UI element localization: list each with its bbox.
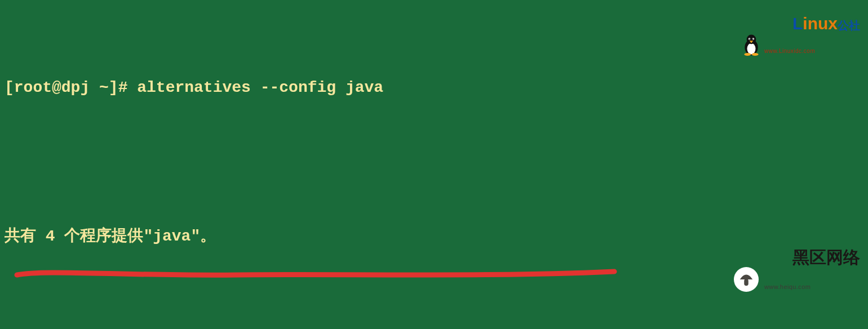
annotation-underline xyxy=(11,265,631,282)
blank-line xyxy=(5,150,863,175)
typed-command: alternatives --config java xyxy=(137,79,383,96)
command-line: [root@dpj ~]# alternatives --config java xyxy=(5,75,863,100)
mushroom-icon xyxy=(734,267,759,292)
svg-point-2 xyxy=(747,34,756,44)
penguin-icon xyxy=(742,33,761,56)
wm-bot-brand: 黑区网络 xyxy=(792,248,860,266)
wm-bot-sub: www.heiqu.com xyxy=(764,279,860,294)
svg-point-6 xyxy=(752,38,754,39)
svg-point-5 xyxy=(752,38,754,40)
svg-point-7 xyxy=(744,53,751,56)
svg-point-4 xyxy=(749,38,750,39)
watermark-top: Linux公社 www.Linuxidc.com xyxy=(742,3,860,85)
shell-prompt: [root@dpj ~]# xyxy=(5,79,127,96)
svg-point-8 xyxy=(752,53,759,56)
svg-rect-9 xyxy=(744,279,749,286)
svg-point-0 xyxy=(745,39,758,55)
summary-line: 共有 4 个程序提供"java"。 xyxy=(5,224,863,249)
terminal-window[interactable]: [root@dpj ~]# alternatives --config java… xyxy=(0,0,868,329)
svg-point-3 xyxy=(749,38,751,40)
blank-line xyxy=(5,299,863,323)
svg-point-1 xyxy=(747,43,755,54)
wm-top-orange: inux xyxy=(803,14,838,33)
wm-top-sub: www.Linuxidc.com xyxy=(764,45,860,58)
wm-top-suffix: 公社 xyxy=(838,19,860,32)
wm-top-blue: L xyxy=(792,14,803,33)
